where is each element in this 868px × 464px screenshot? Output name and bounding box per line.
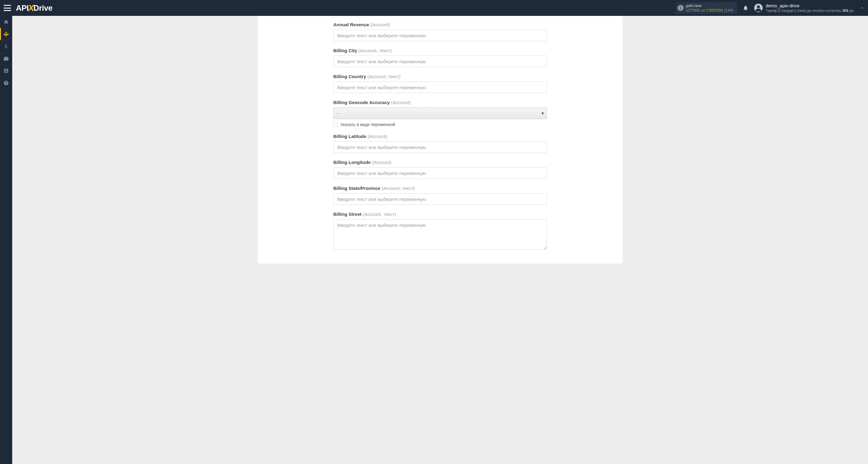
chevron-down-icon bbox=[860, 6, 864, 10]
actions-counts: 137'000 из 1'000'000 (14% bbox=[686, 8, 734, 12]
input-billing-city[interactable] bbox=[333, 56, 547, 67]
logo-text-api: API bbox=[16, 3, 29, 13]
form-panel: Annual Revenue (Account)Billing City (Ac… bbox=[257, 16, 623, 264]
field-billing-city: Billing City (Account, текст) bbox=[333, 48, 547, 67]
field-billing-latitude: Billing Latitude (Account) bbox=[333, 134, 547, 153]
logo-text-drive: Drive bbox=[33, 3, 53, 13]
field-label-billing-latitude: Billing Latitude (Account) bbox=[333, 134, 547, 139]
actions-counter[interactable]: i действия: 137'000 из 1'000'000 (14% bbox=[675, 2, 737, 14]
input-annual-revenue[interactable] bbox=[333, 30, 547, 41]
info-icon: i bbox=[678, 5, 684, 11]
top-header: API X Drive i действия: 137'000 из 1'000… bbox=[0, 0, 868, 16]
menu-toggle[interactable] bbox=[4, 5, 11, 11]
input-billing-latitude[interactable] bbox=[333, 141, 547, 153]
select-billing-geocode-accuracy[interactable]: - bbox=[333, 107, 547, 119]
svg-point-4 bbox=[7, 34, 8, 34]
avatar-icon bbox=[754, 4, 763, 12]
input-billing-country[interactable] bbox=[333, 82, 547, 93]
field-label-billing-geocode-accuracy: Billing Geocode Accuracy (Account) bbox=[333, 100, 547, 105]
variable-checkbox-row: Указать в виде переменной bbox=[333, 122, 547, 127]
field-annual-revenue: Annual Revenue (Account) bbox=[333, 22, 547, 41]
svg-point-2 bbox=[6, 32, 7, 33]
variable-checkbox[interactable] bbox=[333, 122, 338, 127]
field-billing-geocode-accuracy: Billing Geocode Accuracy (Account)-Указа… bbox=[333, 100, 547, 127]
user-text: demo_apix-drive Тариф |Стандарт| (new) д… bbox=[766, 3, 855, 13]
sidebar-item-help[interactable] bbox=[0, 77, 12, 89]
sidebar bbox=[0, 16, 12, 464]
field-billing-longitude: Billing Longitude (Account) bbox=[333, 160, 547, 179]
field-label-billing-state: Billing State/Province (Account, текст) bbox=[333, 186, 547, 191]
sidebar-item-connections[interactable] bbox=[0, 28, 12, 40]
actions-label: действия: bbox=[686, 4, 734, 8]
svg-point-1 bbox=[757, 5, 760, 8]
user-tariff: Тариф |Стандарт| (new) до оплаты осталос… bbox=[766, 8, 855, 13]
field-label-billing-street: Billing Street (Account, текст) bbox=[333, 212, 547, 217]
textarea-billing-street[interactable] bbox=[333, 219, 547, 250]
input-billing-longitude[interactable] bbox=[333, 167, 547, 179]
field-billing-street: Billing Street (Account, текст) bbox=[333, 212, 547, 251]
field-label-billing-longitude: Billing Longitude (Account) bbox=[333, 160, 547, 165]
sidebar-item-billing[interactable] bbox=[0, 40, 12, 53]
field-label-billing-city: Billing City (Account, текст) bbox=[333, 48, 547, 53]
header-right: i действия: 137'000 из 1'000'000 (14% de… bbox=[675, 2, 864, 14]
field-billing-state: Billing State/Province (Account, текст) bbox=[333, 186, 547, 205]
notifications-icon[interactable] bbox=[743, 5, 749, 11]
main-content: Annual Revenue (Account)Billing City (Ac… bbox=[12, 16, 868, 464]
sidebar-item-home[interactable] bbox=[0, 16, 12, 28]
field-label-billing-country: Billing Country (Account, текст) bbox=[333, 74, 547, 79]
svg-point-5 bbox=[6, 35, 7, 36]
sidebar-item-contacts[interactable] bbox=[0, 65, 12, 77]
field-label-annual-revenue: Annual Revenue (Account) bbox=[333, 22, 547, 27]
field-billing-country: Billing Country (Account, текст) bbox=[333, 74, 547, 93]
sidebar-item-briefcase[interactable] bbox=[0, 53, 12, 65]
user-menu[interactable]: demo_apix-drive Тариф |Стандарт| (new) д… bbox=[754, 3, 864, 13]
variable-checkbox-label: Указать в виде переменной bbox=[340, 122, 395, 127]
input-billing-state[interactable] bbox=[333, 193, 547, 205]
user-name: demo_apix-drive bbox=[766, 3, 855, 8]
logo[interactable]: API X Drive bbox=[16, 3, 53, 13]
svg-point-3 bbox=[4, 34, 5, 34]
